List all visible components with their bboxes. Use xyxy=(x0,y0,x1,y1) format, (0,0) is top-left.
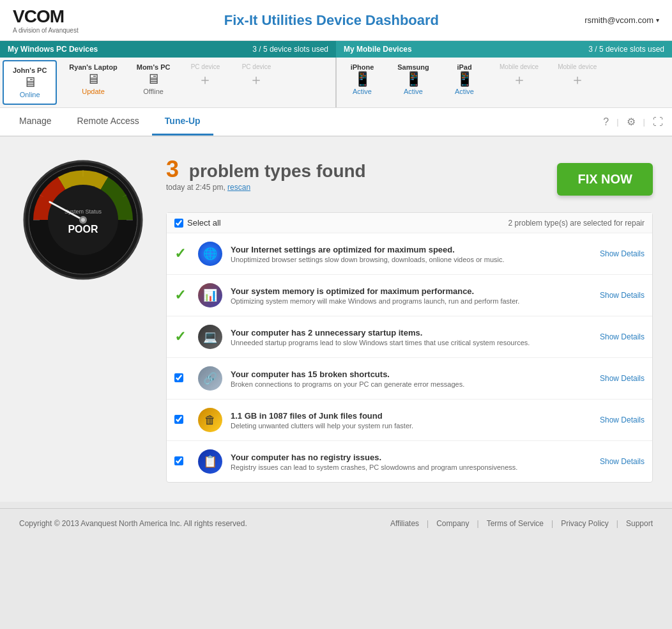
expand-icon[interactable]: ⛶ xyxy=(650,114,666,130)
memory-icon: 📊 xyxy=(198,283,222,307)
add-icon: ＋ xyxy=(570,70,584,89)
junk-icon: 🗑 xyxy=(198,408,222,432)
problem-info: 1.1 GB in 1087 files of Junk files found… xyxy=(231,411,593,430)
mobile-device-tabs: iPhone📱ActiveSamsung📱ActiveiPad📱ActiveMo… xyxy=(337,58,672,107)
nav-tab-tune-up[interactable]: Tune-Up xyxy=(152,108,213,136)
green-check-icon: ✓ xyxy=(174,329,190,345)
pc-device-tab-1[interactable]: Ryan's Laptop🖥Update xyxy=(59,58,126,107)
user-email: rsmith@vcom.com xyxy=(584,15,653,25)
problem-count-line: 3 problem types found xyxy=(166,156,366,183)
footer-link-company[interactable]: Company xyxy=(436,519,469,528)
problem-icon-area: 🔗 xyxy=(196,364,224,392)
problem-icon-area: 📊 xyxy=(196,281,224,309)
problem-title: Your computer has no registry issues. xyxy=(231,453,593,462)
pc-device-tab-2[interactable]: Mom's PC🖥Offline xyxy=(127,58,180,107)
select-all-checkbox[interactable] xyxy=(174,219,183,228)
problem-icon-area: 📋 xyxy=(196,447,224,476)
fix-now-button[interactable]: FIX NOW xyxy=(557,163,653,196)
device-status: Online xyxy=(20,91,40,98)
problem-icon-area: 🌐 xyxy=(196,240,224,268)
svg-point-13 xyxy=(81,218,85,222)
problem-text: problem types found xyxy=(184,161,366,182)
device-tab-label: iPhone xyxy=(351,63,374,71)
nav-tab-manage[interactable]: Manage xyxy=(6,108,65,136)
show-details-link[interactable]: Show Details xyxy=(600,249,645,258)
add-icon: ＋ xyxy=(512,70,526,89)
nav-tabs: ManageRemote AccessTune-Up xyxy=(6,108,213,136)
selected-count: 2 problem type(s) are selected for repai… xyxy=(508,219,645,228)
device-tab-label: Samsung xyxy=(397,63,429,71)
problem-title: Your computer has 2 unnecessary startup … xyxy=(231,328,593,338)
mobile-bar-slots: 3 / 5 device slots used xyxy=(588,45,664,54)
svg-text:POOR: POOR xyxy=(68,224,98,235)
problem-item-1: ✓ 📊 Your system memory is optimized for … xyxy=(167,275,652,316)
device-tabs: John's PC🖥OnlineRyan's Laptop🖥UpdateMom'… xyxy=(0,58,672,108)
show-details-link[interactable]: Show Details xyxy=(600,332,645,341)
problem-checkbox[interactable] xyxy=(174,415,183,424)
problem-checkbox[interactable] xyxy=(174,373,183,382)
problem-desc: Unneeded startup programs lead to slow W… xyxy=(231,339,593,346)
shortcuts-icon: 🔗 xyxy=(198,366,222,391)
footer-link-terms-of-service[interactable]: Terms of Service xyxy=(487,519,544,528)
show-details-link[interactable]: Show Details xyxy=(600,374,645,383)
problem-title: Your system memory is optimized for maxi… xyxy=(231,286,593,296)
user-menu[interactable]: rsmith@vcom.com ▾ xyxy=(584,15,659,25)
problem-desc: Unoptimized browser settings slow down b… xyxy=(231,256,593,263)
logo-vcom: VCOM xyxy=(13,6,79,27)
registry-icon: 📋 xyxy=(198,449,222,474)
pc-device-tab-0[interactable]: John's PC🖥Online xyxy=(3,60,57,105)
pc-device-tabs: John's PC🖥OnlineRyan's Laptop🖥UpdateMom'… xyxy=(0,58,337,107)
problem-desc: Registry issues can lead to system crash… xyxy=(231,463,593,471)
help-icon[interactable]: ? xyxy=(600,114,611,130)
rescan-link[interactable]: rescan xyxy=(227,183,250,192)
checkbox-area[interactable] xyxy=(174,415,190,426)
problem-items-container: ✓ 🌐 Your Internet settings are optimized… xyxy=(167,233,652,482)
problem-count: 3 xyxy=(166,156,179,183)
mobile-device-tab-0[interactable]: iPhone📱Active xyxy=(337,58,388,107)
pc-device-bar: My Windows PC Devices 3 / 5 device slots… xyxy=(0,41,336,58)
footer-link-privacy-policy[interactable]: Privacy Policy xyxy=(561,519,609,528)
show-details-link[interactable]: Show Details xyxy=(600,291,645,300)
device-status: Active xyxy=(404,88,423,95)
footer-separator: | xyxy=(551,519,553,528)
mobile-device-tab-4[interactable]: Mobile device＋ xyxy=(548,58,606,107)
startup-icon: 💻 xyxy=(198,325,222,349)
mobile-device-tab-1[interactable]: Samsung📱Active xyxy=(388,58,439,107)
device-tab-label: Mom's PC xyxy=(137,63,171,71)
footer-link-support[interactable]: Support xyxy=(626,519,653,528)
green-check-icon: ✓ xyxy=(174,287,190,304)
settings-icon[interactable]: ⚙ xyxy=(624,113,638,130)
device-tab-label: John's PC xyxy=(13,66,47,74)
device-tab-label: Ryan's Laptop xyxy=(69,63,117,71)
pc-bar-label: My Windows PC Devices xyxy=(8,45,252,54)
header-title: Fix-It Utilities Device Dashboard xyxy=(224,12,439,29)
logo-area: VCOM A division of Avanquest xyxy=(13,6,79,34)
show-details-link[interactable]: Show Details xyxy=(600,457,645,466)
footer-link-affiliates[interactable]: Affiliates xyxy=(390,519,419,528)
mobile-device-tab-2[interactable]: iPad📱Active xyxy=(439,58,490,107)
content-area: System Status POOR 3 problem types found… xyxy=(0,137,672,502)
footer-separator: | xyxy=(427,519,429,528)
checkbox-area[interactable] xyxy=(174,456,190,467)
pc-device-tab-3[interactable]: PC device＋ xyxy=(179,58,231,107)
checkbox-area[interactable] xyxy=(174,373,190,384)
add-icon: ＋ xyxy=(198,70,212,89)
mobile-icon: 📱 xyxy=(456,71,473,88)
problem-item-4: 🗑 1.1 GB in 1087 files of Junk files fou… xyxy=(167,400,652,441)
mobile-device-tab-3[interactable]: Mobile device＋ xyxy=(490,58,548,107)
problem-info: Your system memory is optimized for maxi… xyxy=(231,286,593,305)
show-details-link[interactable]: Show Details xyxy=(600,415,645,424)
main-nav: ManageRemote AccessTune-Up ? | ⚙ | ⛶ xyxy=(0,108,672,137)
footer-separator: | xyxy=(616,519,618,528)
pc-icon: 🖥 xyxy=(23,74,37,91)
right-panel: 3 problem types found today at 2:45 pm, … xyxy=(166,156,653,483)
problem-checkbox[interactable] xyxy=(174,456,183,465)
select-all-area: Select all xyxy=(174,218,221,228)
device-tab-label: Mobile device xyxy=(500,63,538,70)
header: VCOM A division of Avanquest Fix-It Util… xyxy=(0,0,672,41)
pc-device-tab-4[interactable]: PC device＋ xyxy=(231,58,282,107)
green-check-icon: ✓ xyxy=(174,245,190,262)
footer-links: Affiliates|Company|Terms of Service|Priv… xyxy=(390,519,653,528)
device-status: Active xyxy=(353,88,372,95)
nav-tab-remote-access[interactable]: Remote Access xyxy=(65,108,152,136)
